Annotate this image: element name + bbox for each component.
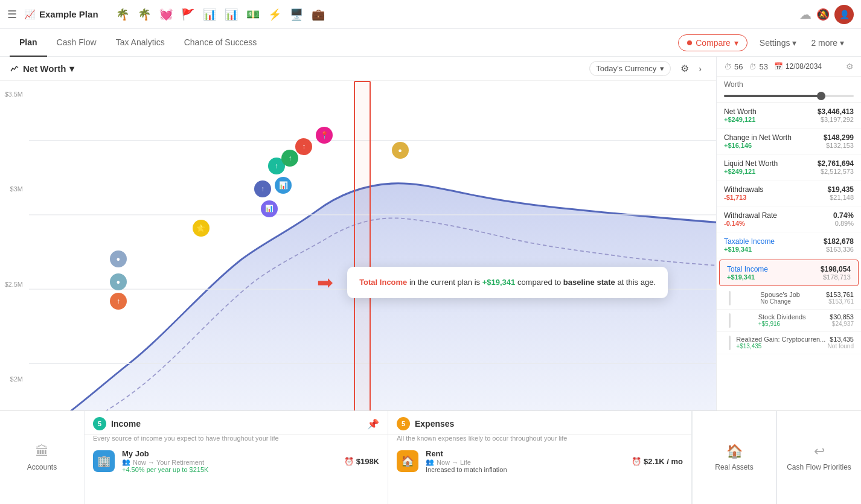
rp-age-person2: ⏱ 53 (749, 62, 767, 71)
toolbar-icon-2[interactable]: 🌴 (135, 5, 154, 24)
toolbar-icon-7[interactable]: 💵 (243, 5, 263, 24)
event-icon-12[interactable]: ● (392, 142, 409, 159)
rp-age-indicators: ⏱ 56 ⏱ 53 📅 12/08/2034 (724, 62, 822, 71)
event-icon-9[interactable]: ● (110, 250, 127, 267)
expenses-title: Expenses (415, 419, 454, 429)
chart-tooltip: ➡ Total Income in the current plan is +$… (347, 267, 668, 298)
tooltip-arrow: ➡ (317, 271, 333, 294)
cash-flow-icon: ↩ (814, 444, 825, 459)
rent-meta: 👥 Now → Life (426, 458, 624, 466)
rp-metric-values-income: $198,054 $178,713 (821, 265, 851, 281)
person2-icon: ⏱ (749, 62, 757, 71)
clock-icon2: ⏰ (632, 457, 641, 466)
more-button[interactable]: 2 more ▾ (804, 35, 851, 51)
slider-thumb[interactable] (817, 92, 825, 100)
income-header: 5 Income 📌 (85, 411, 388, 435)
toolbar-icon-9[interactable]: 🖥️ (287, 5, 306, 24)
rp-subitem-left: Stock Dividends +$5,916 (758, 313, 806, 327)
rp-metric-values-networth: $3,446,413 $3,197,292 (818, 107, 854, 123)
settings-button[interactable]: Settings ▾ (752, 35, 804, 51)
myjob-amount: ⏰ $198K (344, 457, 379, 466)
nav-arrow-right[interactable]: › (694, 62, 706, 76)
rp-header: ⏱ 56 ⏱ 53 📅 12/08/2034 ⚙ (717, 57, 861, 77)
accounts-panel[interactable]: 🏛 Accounts (0, 411, 85, 504)
rp-subitem-left: Realized Gain: Cryptocurren... +$13,435 (736, 336, 825, 349)
myjob-meta-icon: 👥 (122, 458, 130, 466)
rp-subitem-dividends[interactable]: Stock Dividends +$5,916 $30,853 $24,937 (717, 310, 861, 332)
plan-title-container[interactable]: 📈 Example Plan (24, 9, 98, 20)
toolbar-icon-1[interactable]: 🌴 (113, 5, 132, 24)
rp-metric-taxable[interactable]: Taxable Income +$19,341 $182,678 $163,33… (717, 232, 861, 258)
tooltip-baseline: baseline state (563, 278, 615, 287)
net-worth-label-text: Net Worth (23, 63, 66, 74)
chart-header: Net Worth ▾ Today's Currency ▾ ⚙ › (0, 57, 716, 81)
hamburger-menu[interactable]: ☰ (7, 8, 17, 21)
rent-meta-icon: 👥 (426, 458, 434, 466)
y-label-25m: $2.5M (2, 281, 27, 288)
clock-icon: ⏰ (344, 457, 354, 466)
event-icon-11[interactable]: ↑ (110, 293, 127, 310)
toolbar-icon-4[interactable]: 🚩 (178, 5, 197, 24)
tooltip-amount: +$19,341 (482, 278, 516, 287)
subitem-bar (729, 291, 731, 305)
nav-item-tax[interactable]: Tax Analytics (106, 29, 174, 57)
accounts-icon: 🏛 (36, 444, 49, 459)
nav-item-chance[interactable]: Chance of Success (174, 29, 267, 57)
currency-selector[interactable]: Today's Currency ▾ (589, 61, 671, 76)
nav-item-cashflow[interactable]: Cash Flow (47, 29, 106, 57)
rent-amount: ⏰ $2.1K / mo (632, 457, 683, 466)
tooltip-body-suffix: compared to (517, 278, 563, 287)
event-icon-3[interactable]: 📊 (275, 177, 292, 194)
rp-metric-change-networth[interactable]: Change in Net Worth +$16,146 $148,299 $1… (717, 129, 861, 155)
event-icon-4[interactable]: 📊 (261, 200, 278, 217)
y-label-2m: $2M (2, 375, 27, 383)
cloud-icon[interactable]: ☁ (799, 7, 811, 22)
income-content: 🏢 My Job 👥 Now → Your Retirement +4.50% … (85, 444, 388, 478)
rp-metric-values-liquid: $2,761,694 $2,512,573 (818, 159, 854, 175)
filter-icon[interactable]: ⚙ (676, 60, 694, 77)
toolbar-icon-3[interactable]: 💓 (156, 5, 176, 24)
toolbar-right: ☁ 🔕 👤 (799, 5, 854, 24)
compare-dot (687, 40, 692, 45)
rp-metric-withdrawals[interactable]: Withdrawals -$1,713 $19,435 $21,148 (717, 180, 861, 206)
rp-subitem-left: Spouse's Job No Change (760, 291, 800, 305)
event-icon-1[interactable]: ↑ (254, 180, 271, 197)
rp-metric-liquid[interactable]: Liquid Net Worth +$249,121 $2,761,694 $2… (717, 155, 861, 180)
toolbar-icon-10[interactable]: 💼 (309, 5, 328, 24)
rp-date-value: 12/08/2034 (786, 62, 822, 71)
rp-metric-withdrawal-rate[interactable]: Withdrawal Rate -0.14% 0.74% 0.89% (717, 206, 861, 232)
plan-title-text: Example Plan (39, 9, 98, 19)
rp-subitem-crypto[interactable]: Realized Gain: Cryptocurren... +$13,435 … (717, 332, 861, 354)
rp-metric-networth[interactable]: Net Worth +$249,121 $3,446,413 $3,197,29… (717, 103, 861, 129)
event-icon-8[interactable]: 🌟 (193, 220, 210, 237)
toolbar-icon-8[interactable]: ⚡ (265, 5, 284, 24)
income-title-row: 5 Income (93, 417, 141, 430)
bell-slash-icon[interactable]: 🔕 (816, 8, 830, 21)
tooltip-body: Total Income in the current plan is +$19… (359, 276, 656, 289)
rp-settings-icon[interactable]: ⚙ (846, 62, 854, 71)
compare-button[interactable]: Compare ▾ (678, 34, 747, 51)
income-pin-icon[interactable]: 📌 (367, 418, 379, 430)
event-icon-7[interactable]: 📍 (316, 127, 333, 144)
rent-amount-col: ⏰ $2.1K / mo (632, 457, 683, 466)
rp-subitem-values-dividends: $30,853 $24,937 (830, 313, 854, 327)
event-icon-10[interactable]: ● (110, 273, 127, 290)
nav-item-plan[interactable]: Plan (10, 29, 47, 57)
expenses-header: 5 Expenses (388, 411, 691, 435)
event-icon-5[interactable]: ↑ (281, 150, 298, 167)
rp-slider[interactable] (717, 92, 861, 103)
toolbar-icon-5[interactable]: 📊 (200, 5, 219, 24)
myjob-info: My Job 👥 Now → Your Retirement +4.50% pe… (122, 449, 337, 473)
rp-metric-left: Change in Net Worth +$16,146 (724, 133, 792, 149)
rp-metric-total-income[interactable]: Total Income +$19,341 $198,054 $178,713 (719, 260, 859, 286)
rp-metric-values-change: $148,299 $132,153 (824, 133, 854, 149)
real-assets-panel[interactable]: 🏠 Real Assets (692, 411, 776, 504)
net-worth-selector[interactable]: Net Worth ▾ (10, 63, 74, 74)
event-icon-6[interactable]: ↑ (295, 138, 312, 155)
user-avatar[interactable]: 👤 (834, 5, 854, 24)
income-panel: 5 Income 📌 Every source of income you ex… (85, 411, 388, 504)
rp-subitem-spousejob[interactable]: Spouse's Job No Change $153,761 $153,761 (717, 287, 861, 310)
cash-flow-priorities-panel[interactable]: ↩ Cash Flow Priorities (776, 411, 861, 504)
toolbar-icon-6[interactable]: 📊 (222, 5, 241, 24)
myjob-amount-col: ⏰ $198K (344, 457, 379, 466)
